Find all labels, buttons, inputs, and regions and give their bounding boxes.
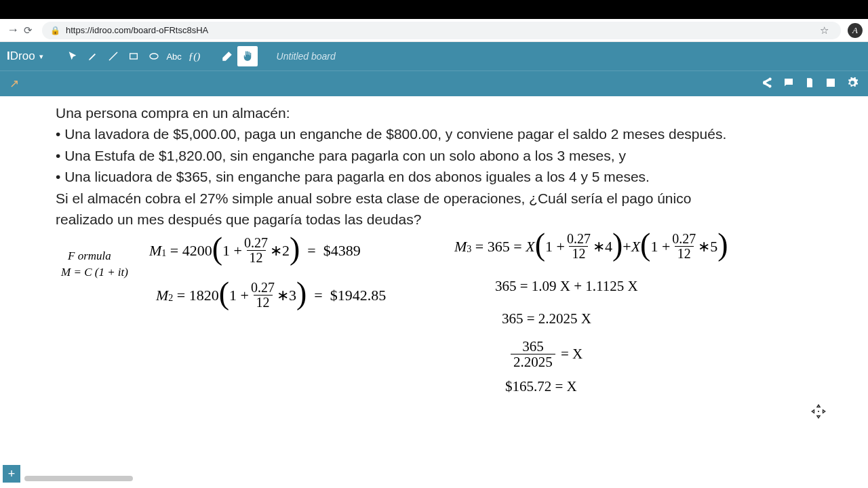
popout-icon[interactable]: ↗ [9, 77, 19, 91]
add-page-button[interactable]: + [3, 465, 20, 483]
formula-label: F ormula [68, 249, 111, 263]
share-icon[interactable] [761, 77, 773, 92]
app-logo[interactable]: IDroo [7, 49, 35, 63]
eraser-tool[interactable] [217, 46, 237, 66]
svg-rect-0 [130, 54, 137, 59]
step-1: 365 = 1.09 X + 1.1125 X [495, 278, 638, 295]
pointer-tool[interactable] [62, 46, 83, 66]
rectangle-tool[interactable] [123, 46, 144, 66]
equation-m3: M3 = 365 = X (1 + 0.2712 ∗ 4) + X (1 + 0… [454, 232, 728, 261]
chat-icon[interactable] [783, 77, 795, 92]
app-subtoolbar: ↗ [0, 70, 868, 96]
formula-equation: M = C (1 + it) [61, 266, 128, 279]
lock-icon: 🔒 [50, 26, 60, 35]
app-toolbar: IDroo ▾ Abc ƒ() Untitled board [0, 42, 868, 70]
step-2: 365 = 2.2025 X [502, 310, 591, 327]
text-tool[interactable]: Abc [164, 46, 184, 66]
svg-point-1 [150, 54, 158, 59]
move-cursor-icon [810, 403, 827, 420]
letterbox-top [0, 0, 868, 19]
formula-tool[interactable]: ƒ() [184, 46, 205, 66]
line-tool[interactable] [103, 46, 123, 66]
bookmark-star-icon[interactable]: ☆ [816, 24, 833, 37]
logo-chevron-icon[interactable]: ▾ [39, 52, 43, 61]
step-3: 3652.2025 = X [509, 339, 583, 369]
document-icon[interactable] [804, 77, 815, 92]
svg-point-2 [818, 411, 819, 412]
whiteboard-canvas[interactable]: Una persona compra en un almacén: • Una … [0, 96, 868, 488]
pan-tool[interactable] [237, 46, 258, 66]
problem-text: Una persona compra en un almacén: • Una … [56, 103, 848, 231]
reload-button[interactable]: ⟳ [20, 24, 35, 37]
step-4: $165.72 = X [505, 378, 577, 395]
equation-m2: M2 = 1820 (1 + 0.2712 ∗ 3) = $1942.85 [156, 281, 386, 310]
browser-toolbar: → ⟳ 🔒 https://idroo.com/board-oFRtsc8sHA… [0, 19, 868, 42]
pen-tool[interactable] [83, 46, 103, 66]
ellipse-tool[interactable] [144, 46, 164, 66]
horizontal-scrollbar[interactable] [24, 476, 133, 481]
settings-icon[interactable] [846, 77, 859, 92]
board-title[interactable]: Untitled board [277, 51, 336, 62]
url-text: https://idroo.com/board-oFRtsc8sHA [66, 25, 208, 35]
forward-button[interactable]: → [5, 23, 20, 37]
address-bar[interactable]: 🔒 https://idroo.com/board-oFRtsc8sHA ☆ [42, 22, 841, 39]
equation-m1: M1 = 4200 (1 + 0.2712 ∗ 2) = $4389 [149, 236, 361, 265]
image-icon[interactable] [825, 77, 837, 92]
profile-avatar[interactable]: A [848, 23, 863, 38]
